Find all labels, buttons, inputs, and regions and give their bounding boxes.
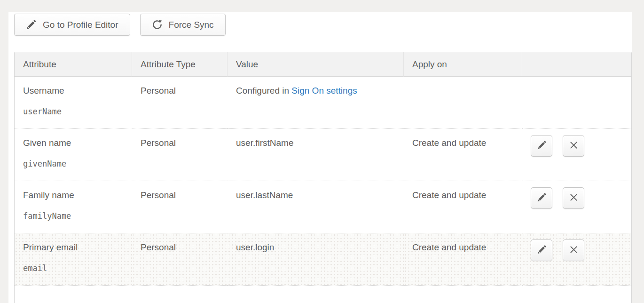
attribute-label: Username	[23, 85, 124, 96]
table-row-given-name: Given name givenName Personal user.first…	[15, 129, 632, 181]
x-icon	[569, 245, 579, 256]
attribute-label: Primary email	[23, 241, 124, 253]
go-to-profile-editor-button[interactable]: Go to Profile Editor	[14, 14, 130, 36]
col-header-attribute-type: Attribute Type	[132, 52, 228, 77]
table-header-row: Attribute Attribute Type Value Apply on	[15, 52, 632, 77]
x-icon	[569, 140, 579, 152]
attribute-type: Personal	[141, 86, 176, 96]
col-header-value: Value	[228, 52, 404, 77]
delete-attribute-button[interactable]	[563, 135, 584, 157]
attribute-mappings-table: Attribute Attribute Type Value Apply on …	[14, 52, 632, 303]
edit-attribute-button[interactable]	[531, 187, 552, 209]
row-actions	[531, 187, 624, 209]
pencil-icon	[26, 19, 37, 30]
go-to-profile-editor-label: Go to Profile Editor	[43, 20, 118, 30]
attribute-type: Personal	[141, 190, 176, 200]
pencil-icon	[537, 245, 547, 256]
value-text: user.firstName	[236, 138, 293, 148]
attribute-variable-name: familyName	[23, 211, 124, 221]
table-row-family-name: Family name familyName Personal user.las…	[15, 181, 632, 233]
force-sync-label: Force Sync	[169, 20, 214, 30]
col-header-actions	[522, 52, 632, 77]
attribute-type: Personal	[141, 138, 176, 148]
attribute-type: Personal	[141, 242, 176, 252]
row-actions	[531, 135, 624, 157]
pencil-icon	[537, 140, 547, 152]
x-icon	[569, 192, 579, 204]
toolbar: Go to Profile Editor Force Sync	[14, 14, 226, 36]
edit-attribute-button[interactable]	[531, 135, 552, 157]
value-text: user.login	[236, 242, 274, 252]
attribute-variable-name: email	[23, 263, 124, 273]
edit-attribute-button[interactable]	[531, 239, 552, 261]
attribute-variable-name: givenName	[23, 159, 124, 168]
apply-on-value: Create and update	[412, 138, 486, 148]
table-row-primary-email: Primary email email Personal user.login …	[15, 233, 632, 286]
apply-on-value: Create and update	[412, 190, 486, 200]
col-header-apply-on: Apply on	[404, 52, 522, 77]
force-sync-button[interactable]: Force Sync	[140, 14, 226, 36]
value-text: Configured in	[236, 86, 291, 96]
sign-on-settings-link[interactable]: Sign On settings	[291, 86, 357, 96]
col-header-attribute: Attribute	[15, 52, 132, 77]
apply-on-value: Create and update	[412, 242, 486, 252]
row-actions	[531, 239, 624, 261]
delete-attribute-button[interactable]	[563, 239, 584, 261]
delete-attribute-button[interactable]	[563, 187, 584, 209]
attribute-label: Family name	[23, 189, 124, 201]
refresh-icon	[152, 19, 163, 30]
pencil-icon	[537, 192, 547, 204]
attribute-variable-name: userName	[23, 107, 124, 116]
table-row-username: Username userName Personal Configured in…	[15, 77, 632, 129]
attribute-label: Given name	[23, 137, 124, 149]
value-text: user.lastName	[236, 190, 293, 200]
table-row-partial	[15, 286, 632, 303]
